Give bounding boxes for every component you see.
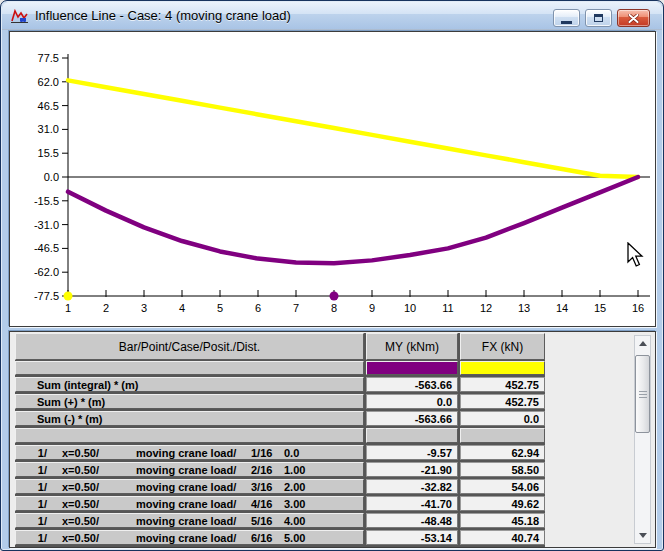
distance: 1.00 bbox=[284, 464, 305, 476]
distance: 3.00 bbox=[284, 498, 305, 510]
svg-text:4: 4 bbox=[179, 302, 185, 314]
bar-id: 1/ bbox=[16, 464, 47, 476]
section-position: x=0.50/ bbox=[62, 498, 99, 510]
scroll-up-icon bbox=[639, 341, 647, 346]
bar-id: 1/ bbox=[16, 498, 47, 510]
section-position: x=0.50/ bbox=[62, 447, 99, 459]
sum-fx-value: 452.75 bbox=[460, 394, 545, 409]
sum-label: Sum (+) * (m) bbox=[37, 396, 105, 408]
my-value: -21.90 bbox=[366, 462, 458, 477]
fx-value: 40.74 bbox=[460, 530, 545, 545]
svg-text:10: 10 bbox=[404, 302, 416, 314]
scroll-down-icon bbox=[639, 533, 647, 538]
chart-plot: 77.562.046.531.015.50.0-15.5-31.0-46.5-6… bbox=[10, 32, 655, 326]
header-bar-point-case[interactable]: Bar/Point/Case/Posit./Dist. bbox=[15, 333, 364, 360]
my-value: -32.82 bbox=[366, 479, 458, 494]
fx-value: 45.18 bbox=[460, 513, 545, 528]
svg-text:-31.0: -31.0 bbox=[34, 219, 59, 231]
window-title: Influence Line - Case: 4 (moving crane l… bbox=[35, 8, 291, 23]
svg-text:8: 8 bbox=[331, 302, 337, 314]
bar-id: 1/ bbox=[16, 515, 47, 527]
sum-fx-value: 452.75 bbox=[460, 377, 545, 392]
svg-text:5: 5 bbox=[217, 302, 223, 314]
svg-text:12: 12 bbox=[480, 302, 492, 314]
section-position: x=0.50/ bbox=[62, 532, 99, 544]
scroll-down-button[interactable] bbox=[635, 528, 650, 543]
restore-button[interactable] bbox=[585, 9, 612, 27]
table-header-row[interactable]: Bar/Point/Case/Posit./Dist. MY (kNm) FX … bbox=[15, 333, 545, 360]
influence-line-chart: 77.562.046.531.015.50.0-15.5-31.0-46.5-6… bbox=[9, 31, 656, 327]
my-value: -9.57 bbox=[366, 445, 458, 460]
svg-text:15: 15 bbox=[594, 302, 606, 314]
series-color-row bbox=[15, 361, 545, 375]
svg-text:-62.0: -62.0 bbox=[34, 266, 59, 278]
svg-text:16: 16 bbox=[632, 302, 644, 314]
table-row[interactable]: 1/ x=0.50/ moving crane load/ 2/16 1.00 … bbox=[15, 462, 545, 477]
svg-text:1: 1 bbox=[65, 302, 71, 314]
table-row-sum-negative[interactable]: Sum (-) * (m) -563.66 0.0 bbox=[15, 411, 545, 426]
influence-line-window: Influence Line - Case: 4 (moving crane l… bbox=[0, 0, 664, 551]
svg-text:77.5: 77.5 bbox=[38, 52, 59, 64]
svg-text:3: 3 bbox=[141, 302, 147, 314]
distance: 2.00 bbox=[284, 481, 305, 493]
close-button[interactable] bbox=[617, 9, 650, 27]
minimize-button[interactable] bbox=[553, 9, 580, 27]
fx-value: 49.62 bbox=[460, 496, 545, 511]
my-value: -41.70 bbox=[366, 496, 458, 511]
sum-label: Sum (-) * (m) bbox=[37, 413, 102, 425]
header-fx[interactable]: FX (kN) bbox=[460, 333, 545, 360]
table-vertical-scrollbar[interactable] bbox=[634, 335, 651, 544]
table-row-spacer bbox=[15, 428, 545, 443]
my-series-color-swatch bbox=[366, 361, 458, 375]
influence-line-chart-icon bbox=[10, 8, 30, 24]
svg-text:7: 7 bbox=[293, 302, 299, 314]
bar-id: 1/ bbox=[16, 447, 47, 459]
section-position: x=0.50/ bbox=[62, 515, 99, 527]
header-my[interactable]: MY (kNm) bbox=[366, 333, 458, 360]
fx-series-color-swatch bbox=[460, 361, 545, 375]
position-fraction: 5/16 bbox=[251, 515, 272, 527]
position-fraction: 6/16 bbox=[251, 532, 272, 544]
svg-text:0.0: 0.0 bbox=[44, 171, 59, 183]
table-row-partial bbox=[15, 547, 545, 548]
bar-id: 1/ bbox=[16, 481, 47, 493]
my-value: -53.14 bbox=[366, 530, 458, 545]
position-fraction: 3/16 bbox=[251, 481, 272, 493]
svg-text:6: 6 bbox=[255, 302, 261, 314]
case-name: moving crane load/ bbox=[136, 532, 236, 544]
table-row-sum-integral[interactable]: Sum (integral) * (m) -563.66 452.75 bbox=[15, 377, 545, 392]
table-row[interactable]: 1/ x=0.50/ moving crane load/ 6/16 5.00 … bbox=[15, 530, 545, 545]
titlebar[interactable]: Influence Line - Case: 4 (moving crane l… bbox=[2, 2, 662, 30]
table-row[interactable]: 1/ x=0.50/ moving crane load/ 1/16 0.0 -… bbox=[15, 445, 545, 460]
restore-icon bbox=[594, 14, 603, 22]
case-name: moving crane load/ bbox=[136, 464, 236, 476]
scroll-up-button[interactable] bbox=[635, 336, 650, 351]
table-row[interactable]: 1/ x=0.50/ moving crane load/ 4/16 3.00 … bbox=[15, 496, 545, 511]
sum-my-value: -563.66 bbox=[366, 377, 458, 392]
fx-value: 54.06 bbox=[460, 479, 545, 494]
position-fraction: 4/16 bbox=[251, 498, 272, 510]
table-row[interactable]: 1/ x=0.50/ moving crane load/ 3/16 2.00 … bbox=[15, 479, 545, 494]
case-name: moving crane load/ bbox=[136, 481, 236, 493]
distance: 4.00 bbox=[284, 515, 305, 527]
svg-text:11: 11 bbox=[442, 302, 453, 314]
svg-text:15.5: 15.5 bbox=[38, 147, 59, 159]
fx-value: 62.94 bbox=[460, 445, 545, 460]
position-fraction: 2/16 bbox=[251, 464, 272, 476]
svg-text:-15.5: -15.5 bbox=[34, 195, 59, 207]
svg-text:2: 2 bbox=[103, 302, 109, 314]
svg-text:31.0: 31.0 bbox=[38, 123, 59, 135]
sum-my-value: -563.66 bbox=[366, 411, 458, 426]
distance: 5.00 bbox=[284, 532, 305, 544]
svg-text:46.5: 46.5 bbox=[38, 100, 59, 112]
sum-my-value: 0.0 bbox=[366, 394, 458, 409]
my-value: -48.48 bbox=[366, 513, 458, 528]
table-row-sum-positive[interactable]: Sum (+) * (m) 0.0 452.75 bbox=[15, 394, 545, 409]
case-name: moving crane load/ bbox=[136, 498, 236, 510]
bar-id: 1/ bbox=[16, 532, 47, 544]
scrollbar-thumb[interactable] bbox=[635, 355, 650, 433]
position-fraction: 1/16 bbox=[251, 447, 272, 459]
close-icon bbox=[628, 14, 639, 23]
minimize-icon bbox=[561, 21, 572, 24]
table-row[interactable]: 1/ x=0.50/ moving crane load/ 5/16 4.00 … bbox=[15, 513, 545, 528]
